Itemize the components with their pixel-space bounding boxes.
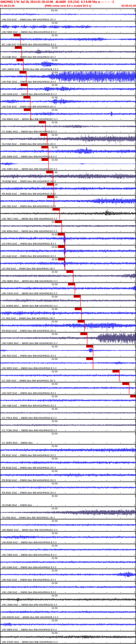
trace-row[interactable]: 01:5902:00TA E04D BHZ -- 99999.0km BW HI…	[0, 46, 136, 59]
trace-row[interactable]: 01:5902:00NC LGB EHZ 02 99999.0km BW HIG…	[0, 34, 136, 46]
trace-row[interactable]: 01:5902:00PB B017 EHZ -- 99999.0km BW HI…	[0, 445, 136, 457]
pick-flag[interactable]: ×T 4	[21, 84, 28, 86]
trace-row[interactable]: 01:5902:00UO HUO EHZ -- 99999.0km BW HIG…	[0, 246, 136, 258]
trace-row[interactable]: 01:5902:00TA F05D BHZ -- 99999.0km BW HI…	[0, 134, 136, 146]
trace-row[interactable]: 01:5902:00UW KOS EHZ -- 99999.0km BW HIG…	[0, 569, 136, 582]
pick-flag[interactable]: ×T 4	[19, 71, 26, 74]
trace-row[interactable]: 01:5902:00UW BEND EHZ -- 99999.0km BW HI…	[0, 520, 136, 532]
trace-row[interactable]: 01:5902:00CC TCBU BHZ -- 99999.0km BW HI…	[0, 420, 136, 432]
trace-row[interactable]: 01:5902:00UO FRIS EHZ -- 99999.0km BW HI…	[0, 233, 136, 246]
station-label[interactable]: UW OD2 EHZ -- 99999.0km BW HIGHPASS 2.0 …	[2, 205, 56, 208]
station-label[interactable]: UW FORK BHZ -- 99999.0km BW HIGHPASS 2.0…	[2, 342, 57, 344]
station-label[interactable]: UW RCS EHZ -- 99999.0km BW HIGHPASS 2.0 …	[2, 354, 56, 357]
station-label[interactable]: UW VVHS EHZ -- 99999.0km BW HIGHPASS 2.0…	[2, 292, 57, 294]
trace-row[interactable]: 01:5902:00UW GSM EHZ -- 99999.0km BW HIG…	[0, 557, 136, 569]
pick-flag[interactable]: ×T 4	[39, 121, 46, 124]
trace-row[interactable]: 01:5902:00CC PRLK BHZ -- 99999.0km BW HI…	[0, 408, 136, 420]
trace-row[interactable]: 01:5902:00UW FMW EHZ -- 99999.0km BW HIG…	[0, 22, 136, 34]
pick-flag[interactable]: ×T 4	[66, 270, 73, 273]
trace-row[interactable]: 01:5902:00UW RRHS EHZ -- 99999.0km BW HI…	[0, 108, 136, 121]
station-label[interactable]: TA D04D BHZ -- 99999.0km	[2, 504, 32, 506]
station-label[interactable]: UW STOR HHZ -- 99999.0km BW HIGHPASS 2.0…	[2, 641, 57, 643]
trace-row[interactable]: 01:5902:00PB B013 EHZ -- 99999.0km BW HI…	[0, 320, 136, 332]
pick-flag[interactable]: ×T 4	[68, 283, 75, 286]
pick-flag[interactable]: ×T 4	[41, 146, 48, 148]
trace-row[interactable]: 01:5902:00CC ASBU BHZ -- 99999.0km BW HI…	[0, 121, 136, 134]
station-label[interactable]: PB B018 EHZ -- 99999.0km BW HIGHPASS 2.0…	[2, 466, 56, 469]
station-label[interactable]: UW RVC EHZ -- 99999.0km BW HIGHPASS 2.0 …	[2, 80, 56, 83]
station-label[interactable]: UW WISH BHZ -- 99999.0km BW HIGHPASS 2.0…	[2, 230, 57, 232]
station-label[interactable]: UW GRW EHZ -- 99999.0km BW HIGHPASS 2.0 …	[2, 155, 57, 158]
pick-flag[interactable]: ×T 4	[47, 183, 54, 186]
trace-row[interactable]: 01:5902:00UW OD2 EHZ -- 99999.0km BW HIG…	[0, 196, 136, 208]
station-label[interactable]: UO HUO EHZ -- 99999.0km BW HIGHPASS 2.0 …	[2, 255, 56, 257]
trace-row[interactable]: 01:5902:00UW HSR EHZ -- 99999.0km BW HIG…	[0, 395, 136, 408]
trace-row[interactable]: 01:5902:00TA D04D BHZ -- 99999.0km	[0, 494, 136, 507]
trace-row[interactable]: 01:5902:00PB B926 EHZ -- 99999.0km BW HI…	[0, 183, 136, 196]
station-label[interactable]: UW DY2 EHZ -- 99999.0km BW HIGHPASS 2.0 …	[2, 106, 55, 108]
pick-flag[interactable]: ×T 4	[55, 220, 62, 223]
trace-row[interactable]: 01:5902:00UW HEBO BHZ -- 99999.0km BW HI…	[0, 270, 136, 283]
station-label[interactable]: UW CRW EHZ -- 99999.0km BW HIGHPASS 2.0 …	[2, 554, 56, 556]
station-label[interactable]: CC PRLK BHZ -- 99999.0km BW HIGHPASS 2.0…	[2, 416, 57, 419]
station-label[interactable]: UW GSM EHZ -- 99999.0km BW HIGHPASS 2.0 …	[2, 566, 56, 568]
trace-row[interactable]: 01:5902:00CC NORM BHZ -- 99999.0km BW HI…	[0, 295, 136, 308]
pick-flag[interactable]: ×T 4	[47, 196, 54, 198]
station-label[interactable]: CC TCBU BHZ -- 99999.0km BW HIGHPASS 2.0…	[2, 429, 57, 432]
station-label[interactable]: CC ASBU BHZ -- 99999.0km BW HIGHPASS 2.0…	[2, 130, 57, 133]
trace-row[interactable]: 01:5902:00UW WPO EHZ -- 99999.0km BW HIG…	[0, 358, 136, 370]
station-label[interactable]: UW JORV EHZ -- 99999.0km BW HIGHPASS 2.0…	[2, 168, 57, 170]
pick-flag[interactable]: ×T 4	[14, 34, 20, 36]
station-label[interactable]: PB B941 EHZ -- 99999.0km BW HIGHPASS 2.0…	[2, 492, 56, 494]
trace-row[interactable]: 01:5902:00UW FORK BHZ -- 99999.0km BW HI…	[0, 332, 136, 345]
station-label[interactable]: UW YACT HHZ -- 99999.0km BW HIGHPASS 2.0…	[2, 218, 57, 220]
pick-flag[interactable]: ×T 4	[80, 332, 87, 335]
pick-flag[interactable]: ×T 4	[86, 345, 93, 348]
station-label[interactable]: UW HEBO BHZ -- 99999.0km BW HIGHPASS 2.0…	[2, 280, 58, 282]
trace-row[interactable]: 01:5902:00UW LKWW EHZ -- 99999.0km BW HI…	[0, 59, 136, 71]
station-label[interactable]: CC WIZ EHZ -- 99999.0km BW HIGHPASS 2.0 …	[2, 317, 55, 320]
trace-row[interactable]: 01:5902:00UW DY2 EHZ -- 99999.0km BW HIG…	[0, 96, 136, 108]
station-label[interactable]: CC WIFE BHZ -- 99999.0km	[2, 442, 33, 444]
trace-row[interactable]: 01:5902:00UW OT3 EHZ -- 99999.0km BW HIG…	[0, 9, 136, 22]
trace-row[interactable]: 01:5902:00UW STOR HHZ -- 99999.0km BW HI…	[0, 632, 136, 644]
trace-row[interactable]: 01:5902:00UW BOW EHZ -- 99999.0km BW HIG…	[0, 532, 136, 544]
pick-flag[interactable]: ×T 4	[86, 358, 93, 360]
trace-row[interactable]: 01:5902:00UW RCS EHZ -- 99999.0km BW HIG…	[0, 345, 136, 358]
station-label[interactable]: UW WPO EHZ -- 99999.0km BW HIGHPASS 2.0 …	[2, 367, 56, 370]
station-label[interactable]: CC SEP EHZ -- 99999.0km BW HIGHPASS 2.0 …	[2, 379, 55, 382]
station-label[interactable]: UW BOW EHZ -- 99999.0km BW HIGHPASS 2.0 …	[2, 541, 56, 544]
station-label[interactable]: UW HSR EHZ -- 99999.0km BW HIGHPASS 2.0 …	[2, 404, 56, 407]
trace-row[interactable]: 01:5902:00TA B05D BHZ -- 99999.0km BW HI…	[0, 171, 136, 183]
station-label[interactable]: NC LGB EHZ 02 99999.0km BW HIGHPASS 2.0 …	[2, 43, 56, 46]
trace-row[interactable]: 01:5902:00UW OCP EHZ -- 99999.0km BW HIG…	[0, 382, 136, 395]
trace-row[interactable]: 01:5902:00UW YACT HHZ -- 99999.0km BW HI…	[0, 208, 136, 220]
station-label[interactable]: CC NORM BHZ -- 99999.0km BW HIGHPASS 2.0…	[2, 304, 58, 307]
trace-row[interactable]: 01:5902:00UW GHW EHZ -- 99999.0km BW HIG…	[0, 84, 136, 96]
pick-flag[interactable]: ×T 4	[122, 382, 129, 385]
pick-flag[interactable]: ×T 4	[58, 246, 65, 248]
station-label[interactable]: UW LKWW EHZ -- 99999.0km BW HIGHPASS 2.0…	[2, 68, 58, 70]
station-label[interactable]: TA I05D BHZ -- 99999.0km BW HIGHPASS 2.0…	[2, 516, 55, 519]
trace-row[interactable]: 01:5902:00CC WIFE BHZ -- 99999.0km	[0, 432, 136, 445]
trace-row[interactable]: 01:5902:00UW CRW EHZ -- 99999.0km BW HIG…	[0, 544, 136, 557]
station-label[interactable]: TA F05D BHZ -- 99999.0km BW HIGHPASS 2.0…	[2, 143, 56, 145]
trace-row[interactable]: 01:5902:00TA I05D BHZ -- 99999.0km BW HI…	[0, 507, 136, 520]
station-label[interactable]: UW FMW EHZ -- 99999.0km BW HIGHPASS 2.0 …	[2, 31, 56, 33]
station-label[interactable]: PB B926 EHZ -- 99999.0km BW HIGHPASS 2.0…	[2, 192, 56, 195]
trace-row[interactable]: 01:5902:00CC WIZ EHZ -- 99999.0km BW HIG…	[0, 308, 136, 320]
station-label[interactable]: UW MOON EHZ -- 99999.0km BW HIGHPASS 2.0…	[2, 616, 58, 618]
station-label[interactable]: UW LCW EHZ -- 99999.0km BW HIGHPASS 2.0 …	[2, 591, 56, 594]
station-label[interactable]: PB B017 EHZ -- 99999.0km BW HIGHPASS 2.0…	[2, 454, 56, 456]
trace-row[interactable]: 01:5902:00UW WISH BHZ -- 99999.0km BW HI…	[0, 220, 136, 233]
station-label[interactable]: TA E04D BHZ -- 99999.0km BW HIGHPASS 2.0…	[2, 56, 56, 58]
station-label[interactable]: UW GHW EHZ -- 99999.0km BW HIGHPASS 2.0 …	[2, 93, 57, 96]
station-label[interactable]: TA B05D BHZ -- 99999.0km BW HIGHPASS 2.0…	[2, 180, 56, 182]
pick-flag[interactable]: ×T 4	[17, 59, 23, 61]
pick-flag[interactable]: ×T 4	[15, 46, 22, 49]
trace-row[interactable]: 01:5902:00UW LEBA HHZ -- 99999.0km BW HI…	[0, 594, 136, 606]
trace-row[interactable]: 01:5902:00PB B941 EHZ -- 99999.0km BW HI…	[0, 482, 136, 494]
trace-row[interactable]: 01:5902:00UW GRW EHZ -- 99999.0km BW HIG…	[0, 146, 136, 158]
trace-row[interactable]: 01:5902:00PB B019 EHZ -- 99999.0km BW HI…	[0, 470, 136, 482]
pick-flag[interactable]: ×T 4	[58, 233, 65, 236]
